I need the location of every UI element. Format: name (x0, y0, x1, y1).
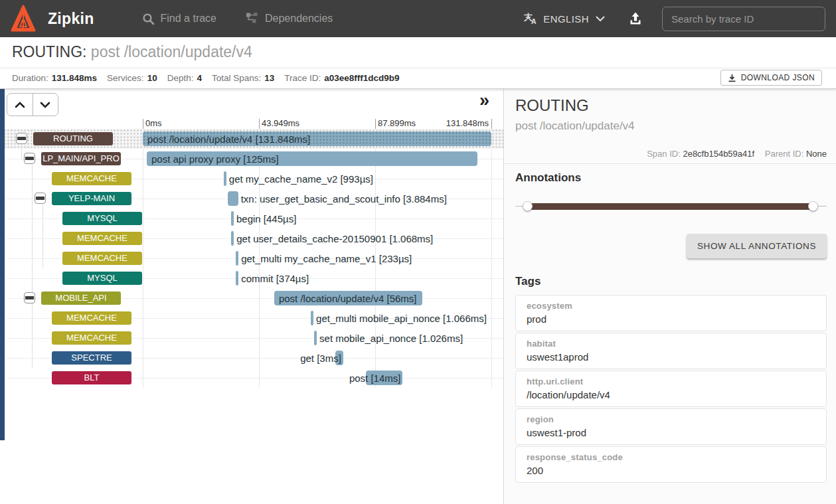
tag-value: /location/update/v4 (527, 389, 815, 400)
stat-value: a03ee8fff1dcd9b9 (324, 73, 399, 83)
title-divider (0, 68, 836, 68)
tag-card: response_status_code200 (515, 446, 827, 483)
span-bar[interactable] (236, 251, 238, 266)
stat-label: Services: (107, 73, 144, 83)
span-label: post api proxy proxy [125ms] (151, 153, 279, 165)
nav-dependencies[interactable]: Dependencies (246, 12, 333, 25)
trace-title: ROUTING: post /location/update/v4 (12, 43, 252, 61)
nav-find-label: Find a trace (161, 13, 216, 25)
show-all-annotations-button[interactable]: SHOW ALL ANNOTATIONS (687, 234, 827, 258)
next-span-button[interactable] (33, 94, 58, 116)
language-selector[interactable]: A ENGLISH (523, 12, 605, 25)
service-badge[interactable]: MEMCACHE (52, 311, 131, 325)
span-detail-service: ROUTING (515, 96, 589, 115)
expander-collapse-icon[interactable] (24, 153, 35, 164)
span-label: set mobile_api_nonce [1.026ms] (319, 332, 463, 345)
service-badge[interactable]: MEMCACHE (62, 232, 142, 245)
slider-handle-left[interactable] (523, 201, 533, 211)
minus-glyph (25, 296, 34, 299)
tags-list: ecosystemprodhabitatuswest1aprodhttp.uri… (515, 295, 827, 484)
span-detail-endpoint: post /location/update/v4 (515, 120, 635, 133)
service-badge[interactable]: ROUTING (33, 132, 113, 145)
tag-card: habitatuswest1aprod (515, 333, 827, 369)
zipkin-logo-icon[interactable] (11, 5, 36, 33)
tags-heading: Tags (515, 275, 541, 288)
tag-key: region (527, 414, 815, 424)
collapse-detail-panel-icon[interactable]: » (479, 92, 489, 110)
service-badge[interactable]: MYSQL (62, 212, 142, 225)
download-json-button[interactable]: DOWNLOAD JSON (720, 70, 822, 86)
span-ids-line: Span ID: 2e8cfb154b59a41f Parent ID: Non… (647, 149, 827, 159)
dependencies-icon (246, 12, 259, 25)
service-badge[interactable]: YELP-MAIN (52, 192, 131, 205)
expander-collapse-icon[interactable] (35, 193, 46, 204)
search-by-trace-id-input[interactable] (662, 7, 825, 31)
annotations-range-slider[interactable] (515, 199, 827, 214)
service-badge[interactable]: BLT (52, 371, 131, 384)
span-bar[interactable] (224, 171, 226, 186)
tag-value: uswest1-prod (527, 427, 815, 438)
span-label: post /location/update/v4 [131.848ms] (147, 133, 310, 145)
span-label: get_multi mobile_api_nonce [1.066ms] (316, 312, 487, 325)
span-label: get my_cache_name_v2 [993µs] (229, 173, 373, 185)
timeline-gridline (491, 131, 492, 388)
tag-key: response_status_code (527, 452, 815, 462)
span-bar[interactable] (314, 331, 317, 345)
service-badge[interactable]: LP_MAIN/API_PRO (41, 152, 121, 165)
upload-icon[interactable] (627, 11, 643, 27)
parent-id-label: Parent ID: (765, 149, 804, 159)
service-badge[interactable]: MYSQL (62, 272, 142, 285)
trace-header: ROUTING: post /location/update/v4 Durati… (0, 37, 836, 89)
timeline-tick-label: 0ms (145, 118, 162, 128)
span-bar[interactable] (311, 311, 313, 325)
span-bar[interactable] (231, 211, 234, 226)
service-badge[interactable]: SPECTRE (52, 351, 131, 365)
slider-track[interactable] (527, 203, 813, 210)
slider-handle-right[interactable] (808, 201, 818, 211)
timeline-tick-label: 87.899ms (378, 118, 416, 128)
download-icon (728, 74, 736, 82)
span-label: get [3ms] (300, 352, 341, 365)
navbar-right: A ENGLISH (523, 7, 825, 31)
brand-title[interactable]: Zipkin (48, 10, 94, 28)
stat-value: 131.848ms (52, 73, 97, 83)
tag-value: 200 (527, 465, 815, 476)
trace-timeline-panel: » 0ms43.949ms87.899ms131.848msROUTINGpos… (0, 89, 504, 504)
search-icon (142, 13, 155, 25)
stat-label: Trace ID: (284, 73, 321, 83)
span-label: txn: user_get_basic_and_scout_info [3.88… (241, 193, 447, 205)
tag-key: http.uri.client (527, 377, 815, 386)
stat-value: 10 (147, 73, 157, 83)
span-id-label: Span ID: (647, 149, 681, 159)
span-label: post /location/update/v4 [56ms] (279, 292, 417, 305)
trace-title-endpoint: post /location/update/v4 (86, 43, 252, 60)
stat-value: 13 (264, 73, 274, 83)
zipkin-app: Zipkin Find a trace Dependencies A (0, 0, 836, 504)
service-badge[interactable]: MOBILE_API (41, 292, 121, 305)
service-badge[interactable]: MEMCACHE (52, 331, 131, 345)
stat-label: Depth: (167, 73, 194, 83)
span-bar[interactable] (236, 271, 238, 286)
stat-value: 4 (197, 73, 202, 83)
span-label: get_multi my_cache_name_v1 [233µs] (241, 252, 412, 265)
span-bar[interactable] (228, 191, 238, 206)
service-badge[interactable]: MEMCACHE (62, 252, 142, 265)
download-json-label: DOWNLOAD JSON (741, 73, 815, 82)
minus-glyph (25, 157, 34, 160)
span-bar[interactable] (231, 231, 234, 246)
tag-key: ecosystem (527, 301, 815, 311)
tag-key: habitat (527, 339, 815, 349)
span-label: post [14ms] (349, 372, 401, 384)
span-label: begin [445µs] (236, 212, 296, 225)
nav-find-a-trace[interactable]: Find a trace (142, 13, 216, 25)
parent-id-value: None (806, 149, 827, 159)
previous-span-button[interactable] (7, 94, 33, 116)
expander-collapse-icon[interactable] (16, 133, 27, 144)
expander-collapse-icon[interactable] (24, 292, 35, 303)
service-badge[interactable]: MEMCACHE (52, 172, 131, 185)
span-label: commit [374µs] (241, 272, 309, 285)
span-label: get user_details_cache-20150901 [1.068ms… (236, 232, 433, 245)
mini-timeline-strip[interactable] (0, 89, 5, 440)
language-label: ENGLISH (543, 13, 589, 25)
span-detail-panel: ROUTING post /location/update/v4 Span ID… (505, 89, 836, 504)
